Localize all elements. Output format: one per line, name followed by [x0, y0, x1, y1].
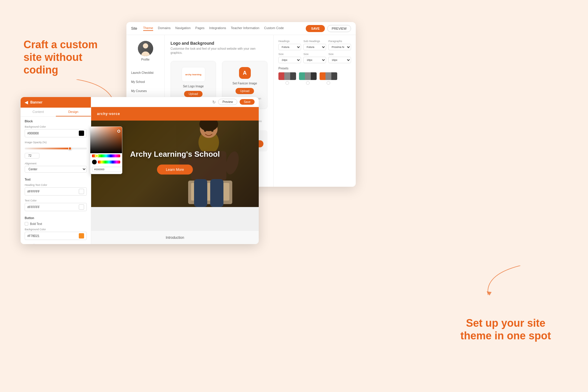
banner-topbar: ↻ Preview Save: [91, 97, 259, 107]
paragraph-size-label: Size: [328, 53, 351, 56]
preset-3-radio[interactable]: [327, 81, 330, 85]
heading-color-swatch: [79, 189, 84, 194]
nav-integrations[interactable]: Integrations: [209, 26, 226, 31]
color-picker-gradient[interactable]: [90, 127, 122, 153]
banner-header-label: Banner: [30, 100, 42, 104]
color-picker-cursor[interactable]: [117, 130, 120, 133]
alignment-label: Alignment: [25, 162, 87, 165]
palette-bar[interactable]: [98, 161, 120, 164]
theme-topbar: Site Theme Domains Navigation Pages Inte…: [126, 22, 356, 35]
text-color-value: #FFFFFF: [27, 206, 79, 209]
preset-1-radio[interactable]: [285, 81, 289, 85]
text-color-field: Text Color #FFFFFF: [21, 198, 91, 212]
opacity-value-input[interactable]: [25, 153, 39, 159]
preset-1-color-2: [284, 72, 290, 80]
preset-3-color-3: [331, 72, 337, 80]
paragraph-size-select[interactable]: 16px: [328, 57, 351, 63]
sub-heading-size-label: Size: [303, 53, 326, 56]
opacity-thumb[interactable]: [68, 147, 72, 150]
set-logo-label: Set Logo Image: [183, 85, 204, 88]
bg-color-field: Background Color #000000: [21, 124, 91, 139]
learn-more-button[interactable]: Learn More: [157, 165, 193, 175]
banner-logo: archy·vorce: [97, 112, 120, 116]
save-banner-button[interactable]: Save: [240, 99, 255, 105]
opacity-track[interactable]: [25, 148, 87, 149]
headings-font-select[interactable]: Futura: [278, 44, 301, 50]
svg-point-12: [204, 129, 206, 132]
preset-2-swatch: [299, 72, 317, 80]
upload-logo-button[interactable]: Upload: [184, 91, 203, 97]
palette-black-dot: [92, 160, 97, 164]
presets-row: [278, 72, 351, 85]
sub-headings-font-select[interactable]: Futura: [303, 44, 326, 50]
text-section-label: Text: [21, 175, 91, 182]
preview-button[interactable]: PREVIEW: [327, 25, 351, 32]
preset-1[interactable]: [278, 72, 296, 85]
refresh-button[interactable]: ↻: [212, 100, 216, 104]
btn-bg-color-field: Background Color #F78D21: [21, 227, 91, 241]
tab-design[interactable]: Design: [56, 108, 91, 116]
text-color-label: Text Color: [25, 199, 87, 202]
btn-bg-color-input[interactable]: #F78D21: [25, 232, 87, 240]
btn-text-color-field: Text Color #FFFFFF: [21, 242, 91, 244]
sidebar-item-launch-checklist[interactable]: Launch Checklist: [126, 68, 164, 77]
nav-custom-code[interactable]: Custom Code: [264, 26, 284, 31]
preset-2[interactable]: [299, 72, 317, 85]
color-picker-hex-row: Hex: [90, 166, 122, 174]
nav-domains[interactable]: Domains: [158, 26, 171, 31]
heading-color-value: #FFFFFF: [27, 190, 79, 193]
hex-input[interactable]: [92, 167, 122, 172]
opacity-value-row: [25, 153, 87, 159]
logo-preview: archy learning: [182, 67, 205, 82]
paragraphs-font-select[interactable]: Proxima Nova: [328, 44, 351, 50]
preset-2-radio[interactable]: [306, 81, 310, 85]
opacity-value-field: [21, 152, 91, 160]
bg-color-input[interactable]: #000000: [25, 129, 87, 137]
upload-favicon-button[interactable]: Upload: [235, 88, 254, 94]
preset-3-color-2: [325, 72, 331, 80]
profile-label: Profile: [141, 58, 149, 61]
favicon-preview: A: [239, 67, 251, 79]
bg-color-swatch: [79, 131, 84, 136]
preset-3[interactable]: [320, 72, 337, 85]
nav-navigation[interactable]: Navigation: [175, 26, 191, 31]
opacity-label: Image Opacity (%): [25, 141, 87, 144]
bold-text-checkbox[interactable]: [25, 222, 28, 226]
alignment-field: Alignment Center Left Right: [21, 161, 91, 174]
nav-teacher-info[interactable]: Teacher Information: [231, 26, 259, 31]
nav-pages[interactable]: Pages: [195, 26, 204, 31]
theme-right-panel: Headings Futura Sub Headings Futura Para…: [273, 35, 356, 187]
preview-banner-button[interactable]: Preview: [218, 99, 238, 105]
btn-bg-color-value: #F78D21: [27, 234, 79, 238]
headings-label: Headings: [278, 40, 301, 43]
save-button[interactable]: SAVE: [306, 25, 325, 32]
alignment-select[interactable]: Center Left Right: [25, 166, 87, 173]
nav-theme[interactable]: Theme: [143, 26, 153, 31]
preset-1-color-1: [278, 72, 284, 80]
section-desc: Customise the look and feel of your scho…: [171, 47, 268, 55]
block-section-label: Block: [21, 117, 91, 124]
sub-heading-size-select[interactable]: 18px: [303, 57, 326, 63]
tab-content[interactable]: Content: [21, 108, 56, 116]
preset-2-color-3: [311, 72, 317, 80]
intro-label: Introduction: [166, 236, 184, 240]
hue-thumb[interactable]: [95, 154, 98, 158]
color-picker-hue[interactable]: [92, 154, 120, 157]
theme-nav: Theme Domains Navigation Pages Integrati…: [143, 26, 306, 31]
heading-size-select[interactable]: 24px: [278, 57, 301, 63]
typography-sizes-row: Size 24px Size 18px Size 16px: [278, 53, 351, 63]
preset-3-color-1: [320, 72, 325, 80]
annotation-right-text: Set up your site theme in one spot: [460, 317, 551, 342]
banner-sidebar-header: ◀ Banner: [21, 97, 91, 108]
banner-tabs: Content Design: [21, 108, 91, 117]
sidebar-item-my-courses[interactable]: My Courses: [126, 86, 164, 96]
sidebar-item-my-school[interactable]: My School: [126, 77, 164, 86]
svg-marker-1: [487, 291, 492, 296]
sub-heading-font-col: Sub Headings Futura: [303, 40, 326, 50]
paragraph-font-col: Paragraphs Proxima Nova: [328, 40, 351, 50]
back-button[interactable]: ◀: [25, 100, 28, 105]
heading-color-input[interactable]: #FFFFFF: [25, 187, 87, 196]
text-color-input[interactable]: #FFFFFF: [25, 203, 87, 211]
banner-section-intro: Introduction: [91, 231, 259, 244]
paragraphs-label: Paragraphs: [328, 40, 351, 43]
